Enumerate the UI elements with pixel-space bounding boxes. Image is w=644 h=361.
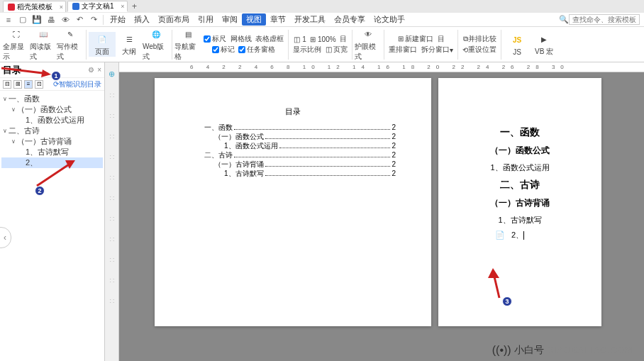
gutter-handle-icon[interactable]: ⸬: [110, 174, 114, 182]
new-window-button[interactable]: ⊞ 新建窗口: [398, 34, 434, 44]
heading[interactable]: 1、古诗默写: [460, 215, 580, 226]
toc-page: 2: [392, 123, 396, 131]
nav-close-icon[interactable]: ×: [97, 66, 101, 74]
tree-label: 1、函数公式运用: [26, 115, 84, 126]
zoom-100-button[interactable]: ⊞ 100%: [310, 35, 335, 43]
toc-entry[interactable]: （一）函数公式2: [190, 132, 396, 141]
menu-review[interactable]: 审阅: [218, 14, 242, 25]
tree-item[interactable]: 1、古诗默写: [1, 147, 103, 157]
heading[interactable]: （一）函数公式: [460, 145, 580, 157]
toc-text: 1、函数公式运用: [224, 141, 278, 151]
nav-settings-icon[interactable]: ⚙: [88, 66, 94, 74]
open-icon[interactable]: ▢: [17, 14, 28, 26]
gutter-handle-icon[interactable]: ⸬: [110, 256, 114, 264]
save-icon[interactable]: 💾: [31, 14, 43, 26]
redo-icon[interactable]: ↷: [88, 14, 99, 26]
marks-checkbox[interactable]: [212, 46, 219, 53]
ribbon-page[interactable]: 📄页面: [89, 32, 116, 57]
undo-icon[interactable]: ↶: [74, 14, 85, 26]
split-window-button[interactable]: 拆分窗口: [421, 45, 450, 55]
single-page-button[interactable]: ◫ 1: [294, 35, 306, 43]
gutter-handle-icon[interactable]: ⸬: [110, 153, 114, 161]
tab-icon-blue: [72, 3, 79, 10]
pages-container[interactable]: 目录 一、函数2（一）函数公式21、函数公式运用2二、古诗2（一）古诗背诵21、…: [119, 72, 644, 361]
smart-toc-button[interactable]: ⟳智能识别目录: [53, 79, 101, 89]
gutter-handle-icon[interactable]: ⸬: [110, 133, 114, 140]
multi-page-button[interactable]: 目: [340, 34, 347, 44]
menu-section[interactable]: 章节: [266, 14, 290, 25]
toc-text: 二、古诗: [204, 150, 233, 160]
eye-icon: 👁: [361, 27, 375, 41]
heading[interactable]: 1、函数公式运用: [460, 162, 580, 173]
broadcast-icon: ((•)): [492, 344, 511, 357]
zoom-scale-button[interactable]: 显示比例: [293, 45, 321, 55]
arrange-windows-icon[interactable]: 目: [438, 34, 445, 44]
toc-entry[interactable]: （一）古诗背诵2: [190, 160, 396, 169]
gutter-handle-icon[interactable]: ⸬: [110, 194, 114, 202]
tab-document[interactable]: 文字文稿1 ×: [67, 1, 128, 12]
search-icon: 🔍: [559, 15, 569, 24]
horizontal-ruler[interactable]: 6 4 2 2 4 6 8 10 12 14 16 18 20 22 24 26…: [119, 62, 644, 72]
tab-add-button[interactable]: +: [129, 1, 140, 11]
ribbon-eye-protect[interactable]: 👁护眼模式: [355, 27, 382, 62]
reading-icon: 📖: [36, 27, 50, 41]
ribbon-fullscreen[interactable]: ⛶全屏显示: [3, 27, 30, 62]
ribbon-vb[interactable]: ▶VB 宏: [531, 32, 557, 57]
ruler-checkbox[interactable]: [204, 35, 211, 43]
gutter-handle-icon[interactable]: ⸬: [110, 91, 114, 99]
tree-item[interactable]: ∨二、古诗: [1, 126, 103, 136]
gutter-handle-icon[interactable]: ⸬: [110, 277, 114, 284]
ribbon-reading[interactable]: 📖阅读版式: [30, 27, 57, 62]
nav-tree: ∨一、函数∨（一）函数公式1、函数公式运用∨二、古诗∨（一）古诗背诵1、古诗默写…: [0, 91, 104, 361]
heading[interactable]: （一）古诗背诵: [460, 197, 580, 209]
heading[interactable]: 二、古诗: [460, 179, 580, 191]
tab-close-icon[interactable]: ×: [60, 4, 63, 11]
tree-toggle-icon[interactable]: ∨: [10, 138, 17, 145]
heading[interactable]: 一、函数: [460, 126, 580, 139]
gutter-handle-icon[interactable]: ⸬: [110, 297, 114, 305]
menu-devtools[interactable]: 开发工具: [290, 14, 330, 25]
ribbon-js[interactable]: JSJS: [504, 33, 531, 56]
rearrange-button[interactable]: 重排窗口: [389, 45, 417, 55]
menu-view[interactable]: 视图: [242, 13, 266, 26]
gutter-handle-icon[interactable]: ⸬: [110, 215, 114, 223]
menu-references[interactable]: 引用: [194, 14, 218, 25]
ribbon-writing[interactable]: ✎写作模式: [57, 27, 84, 62]
gutter-handle-icon[interactable]: ⸬: [110, 112, 114, 120]
gutter-handle-icon[interactable]: ⸬: [110, 235, 114, 243]
ribbon-navigation-pane[interactable]: ▤导航窗格: [174, 27, 201, 62]
reset-position-button[interactable]: ⟲: [462, 46, 468, 54]
tree-item[interactable]: 1、函数公式运用: [1, 115, 103, 126]
side-by-side-button[interactable]: ⧉: [463, 35, 468, 43]
cursor-line[interactable]: 📄 2、: [460, 230, 580, 240]
menu-insert[interactable]: 插入: [130, 14, 154, 25]
page-width-button[interactable]: ◫ 页宽: [326, 45, 348, 55]
tree-item[interactable]: ∨（一）古诗背诵: [1, 136, 103, 147]
page-1-toc[interactable]: 目录 一、函数2（一）函数公式21、函数公式运用2二、古诗2（一）古诗背诵21、…: [155, 78, 431, 326]
app-menu-icon[interactable]: ≡: [3, 14, 14, 26]
toc-entry[interactable]: 一、函数2: [190, 123, 396, 132]
gutter-plus-icon[interactable]: ⊕: [109, 70, 115, 79]
toc-entry[interactable]: 1、函数公式运用2: [190, 141, 396, 150]
menu-layout[interactable]: 页面布局: [154, 14, 194, 25]
taskpane-checkbox[interactable]: [238, 46, 245, 53]
toc-entry[interactable]: 二、古诗2: [190, 150, 396, 160]
ribbon-outline[interactable]: ☰大纲: [116, 32, 143, 57]
menu-thesis[interactable]: 论文助手: [370, 14, 409, 25]
menu-vip[interactable]: 会员专享: [330, 14, 370, 25]
preview-icon[interactable]: 👁: [60, 14, 71, 26]
ribbon-web[interactable]: 🌐Web版式: [143, 27, 170, 62]
tab-close-icon[interactable]: ×: [121, 3, 124, 10]
toc-entry[interactable]: 1、古诗默写2: [190, 169, 396, 178]
annotation-circle-2: 2: [35, 186, 45, 196]
outline-icon: ☰: [122, 32, 136, 46]
command-search-input[interactable]: [569, 14, 640, 25]
print-icon[interactable]: 🖶: [45, 14, 57, 26]
tree-toggle-icon[interactable]: ∨: [1, 128, 9, 134]
menu-start[interactable]: 开始: [106, 14, 130, 25]
menubar: ≡ ▢ 💾 🖶 👁 ↶ ↷ 开始 插入 页面布局 引用 审阅 视图 章节 开发工…: [0, 13, 644, 27]
toc-page: 2: [392, 133, 396, 140]
tree-label: 1、古诗默写: [26, 147, 69, 157]
tab-templates[interactable]: 稻壳策模板 ×: [3, 1, 66, 12]
page-2-content[interactable]: 一、函数（一）函数公式1、函数公式运用二、古诗（一）古诗背诵1、古诗默写 📄 2…: [438, 78, 601, 326]
